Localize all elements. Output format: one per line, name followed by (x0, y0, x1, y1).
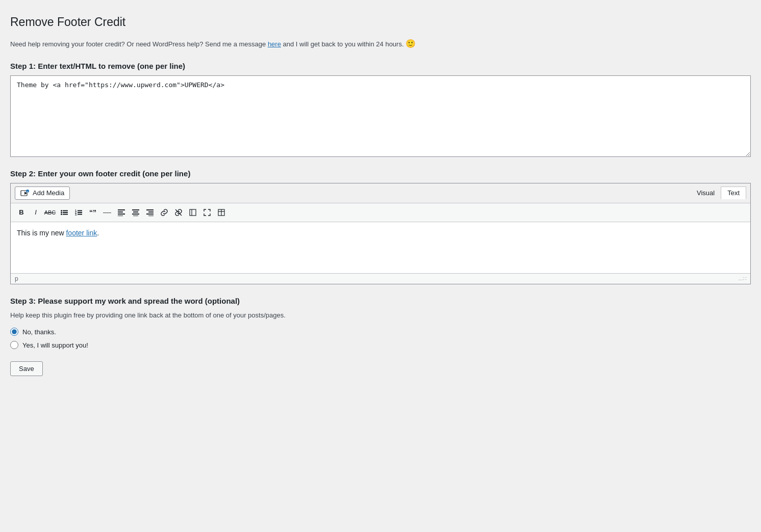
svg-rect-16 (118, 209, 125, 210)
unlink-button[interactable] (172, 206, 185, 219)
smiley-emoji: 🙂 (405, 39, 416, 48)
svg-rect-13 (78, 210, 82, 211)
editor-resize-handle[interactable]: …∷ (738, 276, 746, 281)
editor-text-before-link: This is my new (17, 229, 66, 237)
wysiwyg-editor: + Add Media Visual Text B I ABC 1.2.3. “… (10, 183, 751, 284)
strikethrough-button[interactable]: ABC (43, 206, 57, 219)
option-yes-label[interactable]: Yes, I will support you! (10, 341, 751, 349)
svg-point-5 (61, 211, 62, 213)
step2-title: Step 2: Enter your own footer credit (on… (10, 169, 751, 178)
svg-text:+: + (27, 190, 29, 193)
align-right-button[interactable] (143, 206, 157, 219)
blockquote-button[interactable]: “” (86, 206, 99, 219)
svg-rect-25 (148, 211, 154, 212)
editor-footer-link[interactable]: footer link (66, 229, 97, 237)
svg-rect-26 (146, 214, 154, 215)
save-button[interactable]: Save (10, 361, 43, 376)
add-media-button[interactable]: + Add Media (15, 187, 70, 200)
svg-rect-7 (63, 210, 68, 211)
svg-rect-24 (146, 209, 154, 210)
ol-button[interactable]: 1.2.3. (72, 206, 85, 219)
bold-button[interactable]: B (15, 206, 28, 219)
help-link[interactable]: here (268, 40, 281, 48)
svg-rect-23 (133, 216, 138, 216)
help-text-before: Need help removing your footer credit? O… (10, 40, 268, 48)
support-options: No, thanks. Yes, I will support you! (10, 328, 751, 349)
page-title: Remove Footer Credit (10, 15, 751, 29)
svg-rect-18 (118, 214, 125, 215)
editor-paragraph: This is my new footer link. (17, 227, 744, 238)
italic-button[interactable]: I (29, 206, 42, 219)
editor-text-after-link: . (97, 229, 99, 237)
table-button[interactable] (215, 206, 228, 219)
link-button[interactable] (158, 206, 171, 219)
svg-rect-17 (118, 211, 123, 212)
tab-text[interactable]: Text (721, 187, 746, 199)
add-media-label: Add Media (33, 189, 64, 197)
svg-rect-20 (132, 209, 139, 210)
svg-rect-19 (118, 216, 123, 216)
ul-button[interactable] (58, 206, 71, 219)
align-center-button[interactable] (129, 206, 142, 219)
step3-description: Help keep this plugin free by providing … (10, 310, 751, 321)
help-text-after: and I will get back to you within 24 hou… (281, 40, 404, 48)
svg-point-6 (61, 214, 62, 215)
editor-tag-indicator: p (15, 275, 18, 282)
step1-title: Step 1: Enter text/HTML to remove (one p… (10, 62, 751, 70)
step1-textarea[interactable]: Theme by <a href="https://www.upwerd.com… (10, 75, 751, 157)
svg-rect-9 (63, 214, 68, 215)
svg-rect-8 (63, 212, 68, 213)
align-left-button[interactable] (115, 206, 128, 219)
step3-title: Step 3: Please support my work and sprea… (10, 297, 751, 305)
svg-rect-27 (148, 216, 154, 216)
editor-statusbar: p …∷ (11, 273, 750, 284)
option-no-radio[interactable] (10, 328, 18, 336)
hr-button[interactable]: — (100, 206, 114, 219)
editor-toolbar: B I ABC 1.2.3. “” — (11, 203, 750, 222)
add-media-icon: + (20, 189, 30, 197)
expand-button[interactable] (200, 206, 214, 219)
svg-rect-14 (78, 212, 82, 213)
tab-visual[interactable]: Visual (691, 187, 721, 199)
option-yes-text: Yes, I will support you! (22, 341, 88, 349)
editor-topbar: + Add Media Visual Text (11, 183, 750, 203)
fullscreen-button[interactable] (186, 206, 199, 219)
svg-rect-21 (133, 211, 138, 212)
option-no-text: No, thanks. (22, 328, 56, 336)
option-yes-radio[interactable] (10, 341, 18, 349)
help-text: Need help removing your footer credit? O… (10, 37, 751, 50)
option-no-label[interactable]: No, thanks. (10, 328, 751, 336)
svg-text:3.: 3. (75, 213, 78, 216)
svg-rect-15 (78, 214, 82, 215)
editor-content-area[interactable]: This is my new footer link. (11, 222, 750, 273)
svg-rect-29 (190, 209, 196, 216)
editor-tabs: Visual Text (691, 187, 746, 199)
svg-point-4 (61, 210, 62, 211)
svg-rect-22 (132, 214, 139, 215)
